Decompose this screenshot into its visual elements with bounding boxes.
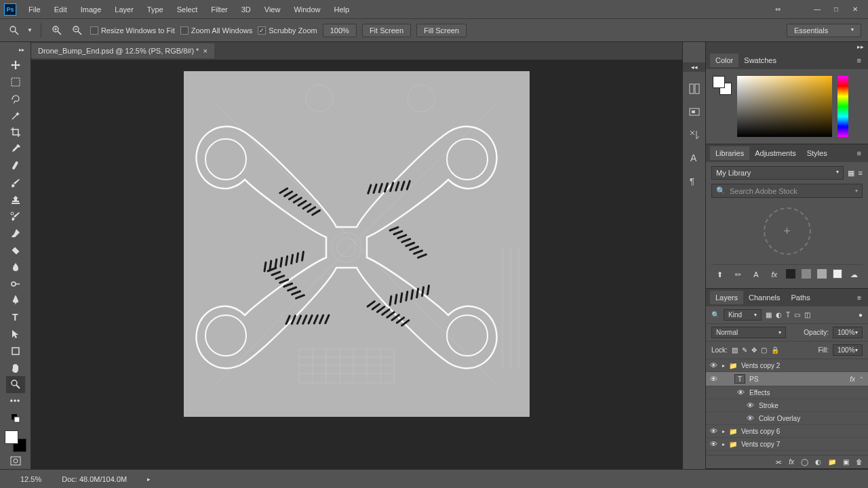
layer-mask-icon[interactable]: ◯	[801, 458, 808, 466]
tab-adjustments[interactable]: Adjustments	[749, 146, 802, 160]
layer-row[interactable]: 👁 T PS fx ⌃	[706, 372, 868, 386]
lib-swatch1-icon[interactable]	[786, 269, 795, 279]
tab-libraries[interactable]: Libraries	[710, 146, 749, 160]
new-layer-icon[interactable]: ▣	[843, 458, 849, 466]
shape-tool[interactable]	[6, 342, 25, 359]
menu-type[interactable]: Type	[142, 4, 169, 15]
tab-swatches[interactable]: Swatches	[738, 54, 782, 67]
filter-type-icon[interactable]: T	[786, 311, 790, 319]
lib-swatch3-icon[interactable]	[817, 269, 827, 279]
visibility-icon[interactable]: 👁	[710, 427, 718, 435]
lock-all-icon[interactable]: 🔒	[771, 346, 779, 354]
quick-mask-icon[interactable]	[6, 452, 25, 469]
lib-char-icon[interactable]: A	[750, 269, 762, 280]
layer-effect-row[interactable]: 👁 Stroke	[706, 399, 868, 412]
layer-name[interactable]: Vents copy 7	[741, 441, 780, 448]
menu-image[interactable]: Image	[75, 4, 107, 15]
filter-search-icon[interactable]: 🔍	[711, 311, 719, 319]
color-field[interactable]	[737, 76, 832, 137]
visibility-icon[interactable]: 👁	[710, 440, 718, 448]
layer-effect-row[interactable]: 👁 Color Overlay	[706, 412, 868, 425]
healing-brush-tool[interactable]	[6, 158, 25, 175]
filter-toggle-icon[interactable]: ●	[859, 311, 863, 319]
status-zoom[interactable]: 12.5%	[20, 475, 41, 483]
lib-fx-icon[interactable]: fx	[768, 269, 781, 280]
grid-view-icon[interactable]: ▦	[848, 169, 854, 178]
lock-artboard-icon[interactable]: ▢	[761, 346, 767, 354]
gradient-tool[interactable]	[6, 242, 25, 259]
group-icon[interactable]: 📁	[828, 458, 836, 466]
color-swatches[interactable]	[5, 430, 26, 452]
list-view-icon[interactable]: ≡	[859, 169, 863, 177]
type-tool[interactable]: T	[6, 309, 25, 326]
workspace-dropdown[interactable]: Essentials▾	[787, 24, 861, 37]
dropdown-arrow-icon[interactable]: ▼	[27, 27, 33, 33]
layer-row[interactable]: 👁 ▸ 📁 Vents copy 7	[706, 438, 868, 451]
collapse-panels-icon[interactable]: ▸▸	[706, 42, 868, 52]
default-colors-icon[interactable]	[6, 410, 25, 427]
crop-tool[interactable]	[6, 124, 25, 141]
layer-row[interactable]: 👁 ▸ 📁 Vents copy 2	[706, 359, 868, 372]
layer-row[interactable]: 👁 ▸ 📁 Vents copy 6	[706, 425, 868, 438]
toolbar-expand-icon[interactable]: ▸▸	[15, 46, 28, 54]
type-panel-icon[interactable]: A	[688, 152, 701, 164]
expand-panels-icon[interactable]: ◂◂	[683, 62, 705, 72]
path-selection-tool[interactable]	[6, 326, 25, 343]
resize-windows-checkbox[interactable]: Resize Windows to Fit	[90, 26, 175, 35]
hand-tool[interactable]	[6, 359, 25, 376]
lib-cloud-icon[interactable]: ☁	[848, 269, 861, 280]
menu-view[interactable]: View	[259, 4, 286, 15]
move-tool[interactable]	[6, 57, 25, 74]
fit-screen-button[interactable]: Fit Screen	[362, 24, 411, 37]
eyedropper-tool[interactable]	[6, 141, 25, 158]
fill-screen-button[interactable]: Fill Screen	[416, 24, 467, 37]
menu-layer[interactable]: Layer	[109, 4, 139, 15]
expand-arrow-icon[interactable]: ▸	[722, 441, 725, 447]
lock-pixels-icon[interactable]: ✎	[742, 346, 747, 354]
brush-tool[interactable]	[6, 174, 25, 191]
fx-expand-icon[interactable]: ⌃	[859, 376, 864, 382]
close-tab-icon[interactable]: ×	[203, 47, 207, 55]
canvas[interactable]	[184, 71, 530, 417]
document-tab[interactable]: Drone_Bump_End.psd @ 12.5% (PS, RGB/8#) …	[31, 43, 214, 58]
history-brush-tool[interactable]	[6, 208, 25, 225]
scrubby-zoom-checkbox[interactable]: ✓Scrubby Zoom	[258, 26, 317, 35]
panel-menu-icon[interactable]: ≡	[854, 294, 864, 302]
menu-edit[interactable]: Edit	[49, 4, 73, 15]
visibility-icon[interactable]: 👁	[710, 361, 718, 369]
dock-toggle-icon[interactable]: ⇔	[769, 3, 787, 16]
expand-arrow-icon[interactable]: ▸	[722, 428, 725, 434]
blend-mode-dropdown[interactable]: Normal▾	[711, 327, 786, 338]
clone-stamp-tool[interactable]	[6, 191, 25, 208]
zoom-tool[interactable]	[6, 376, 25, 393]
expand-arrow-icon[interactable]: ▸	[722, 363, 725, 369]
pen-tool[interactable]	[6, 292, 25, 309]
lib-brush-icon[interactable]: ✏	[732, 269, 744, 280]
panel-menu-icon[interactable]: ≡	[854, 56, 864, 64]
blur-tool[interactable]	[6, 258, 25, 275]
zoom-out-icon[interactable]	[70, 23, 85, 38]
layer-effects-row[interactable]: 👁 Effects	[706, 386, 868, 399]
visibility-icon[interactable]: 👁	[747, 401, 755, 409]
hue-slider[interactable]	[837, 76, 848, 137]
fill-input[interactable]: 100%▾	[833, 344, 863, 356]
marquee-tool[interactable]	[6, 74, 25, 91]
layer-name[interactable]: PS	[749, 375, 758, 383]
tab-color[interactable]: Color	[710, 54, 738, 67]
library-dropdown[interactable]: My Library▾	[711, 166, 844, 180]
filter-pixel-icon[interactable]: ▦	[766, 311, 772, 319]
layer-name[interactable]: Vents copy 6	[741, 428, 780, 435]
adjustment-layer-icon[interactable]: ◐	[815, 458, 821, 466]
filter-kind-dropdown[interactable]: Kind▾	[724, 309, 762, 321]
status-doc-size[interactable]: Doc: 48.0M/104.0M	[62, 475, 127, 483]
menu-select[interactable]: Select	[172, 4, 203, 15]
fx-badge[interactable]: fx	[850, 375, 855, 383]
zoom-all-checkbox[interactable]: Zoom All Windows	[180, 26, 252, 35]
menu-help[interactable]: Help	[329, 4, 355, 15]
menu-filter[interactable]: Filter	[205, 4, 233, 15]
properties-panel-icon[interactable]	[688, 106, 701, 118]
visibility-icon[interactable]: 👁	[710, 375, 718, 383]
filter-shape-icon[interactable]: ▭	[794, 311, 800, 319]
menu-3d[interactable]: 3D	[236, 4, 256, 15]
layer-fx-icon[interactable]: fx	[789, 458, 794, 466]
